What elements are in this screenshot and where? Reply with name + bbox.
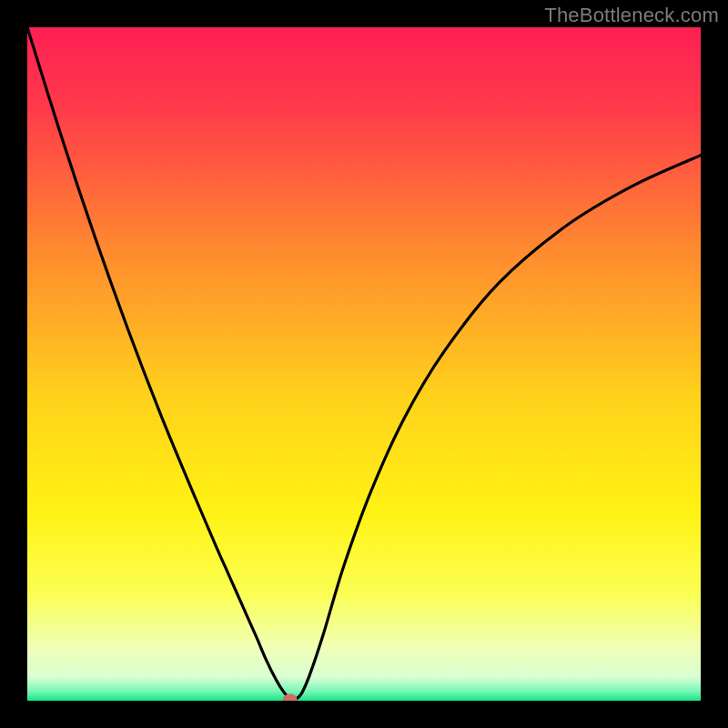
chart-frame: TheBottleneck.com (0, 0, 728, 728)
bottleneck-chart (27, 27, 701, 701)
plot-area (27, 27, 701, 701)
watermark-text: TheBottleneck.com (544, 4, 719, 27)
gradient-background (27, 27, 701, 701)
